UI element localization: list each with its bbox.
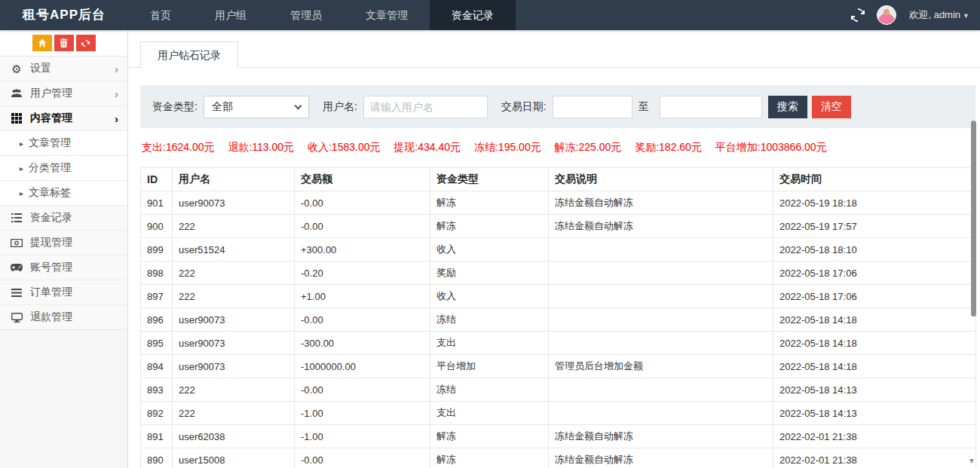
cell-description: 冻结金额自动解冻 <box>549 215 773 238</box>
cell-amount: +300.00 <box>295 238 430 262</box>
sidebar-item-content-management[interactable]: 内容管理 › <box>0 106 127 131</box>
cell-amount: -1000000.00 <box>295 355 430 378</box>
col-header-fund-type: 资金类型 <box>430 168 549 191</box>
table-row: 900 222 -0.00 解冻 冻结金额自动解冻 2022-05-19 17:… <box>141 215 976 238</box>
cell-description: 冻结金额自动解冻 <box>549 191 773 215</box>
col-header-username: 用户名 <box>173 168 295 191</box>
top-nav: 首页 用户组 管理员 文章管理 资金记录 <box>128 0 516 30</box>
table-body: 901 user90073 -0.00 解冻 冻结金额自动解冻 2022-05-… <box>141 191 976 468</box>
date-from-input[interactable] <box>553 96 632 118</box>
cell-description <box>549 332 773 355</box>
sidebar-item-label: 设置 <box>30 62 51 75</box>
home-button[interactable] <box>32 35 52 51</box>
sidebar-item-label: 退款管理 <box>30 310 72 324</box>
scroll-down-arrow-icon[interactable]: ▼ <box>968 457 975 465</box>
cell-fund-type: 奖励 <box>430 262 549 285</box>
cell-time: 2022-05-18 14:18 <box>773 355 976 378</box>
cell-fund-type: 解冻 <box>430 215 549 238</box>
vertical-scrollbar-thumb[interactable] <box>971 121 976 317</box>
col-header-amount: 交易额 <box>295 168 430 191</box>
filter-panel: 资金类型: 全部 用户名: 交易日期: 至 搜索 清空 <box>140 85 975 128</box>
cell-amount: -0.20 <box>295 262 430 285</box>
nav-item-admins[interactable]: 管理员 <box>268 0 344 30</box>
fund-type-select[interactable]: 全部 <box>204 96 309 118</box>
header-right: 欢迎, admin▼ <box>851 0 969 30</box>
sidebar-item-category-management[interactable]: ▸ 分类管理 <box>0 156 127 181</box>
sidebar-item-label: 文章管理 <box>29 136 71 150</box>
grid-icon <box>9 113 24 124</box>
cell-username: user51524 <box>173 238 295 262</box>
sidebar-item-label: 提现管理 <box>30 236 72 249</box>
sidebar-item-settings[interactable]: ⚙ 设置 › <box>0 57 127 81</box>
cell-id: 892 <box>141 402 173 425</box>
sidebar-item-fund-records[interactable]: 资金记录 <box>0 206 127 231</box>
table-row: 890 user15008 -0.00 解冻 冻结金额自动解冻 2022-02-… <box>141 448 976 468</box>
clear-button[interactable]: 清空 <box>812 96 851 118</box>
triangle-right-icon: ▸ <box>20 164 23 173</box>
cell-username: 222 <box>173 378 295 402</box>
cell-description <box>549 262 773 285</box>
cell-amount: -0.00 <box>295 215 430 238</box>
col-header-description: 交易说明 <box>549 168 773 191</box>
sidebar-item-withdrawal-management[interactable]: 提现管理 <box>0 231 127 255</box>
fund-type-label: 资金类型: <box>152 100 198 114</box>
nav-item-funds[interactable]: 资金记录 <box>430 0 516 30</box>
cell-fund-type: 冻结 <box>430 378 549 402</box>
monitor-icon <box>9 313 24 323</box>
banknote-icon <box>9 239 24 247</box>
stat-expense: 支出:1624.00元 <box>142 141 215 153</box>
table-row: 898 222 -0.20 奖励 2022-05-18 17:06 <box>141 262 976 285</box>
cell-fund-type: 支出 <box>430 402 549 425</box>
cell-username: user15008 <box>173 448 295 468</box>
cell-id: 897 <box>141 285 173 308</box>
sidebar-item-article-tags[interactable]: ▸ 文章标签 <box>0 181 127 206</box>
cell-time: 2022-02-01 21:38 <box>773 448 976 468</box>
sidebar-item-refund-management[interactable]: 退款管理 <box>0 305 127 330</box>
sidebar-item-order-management[interactable]: 订单管理 <box>0 280 127 305</box>
cell-amount: -300.00 <box>295 332 430 355</box>
cell-amount: -0.00 <box>295 378 430 402</box>
nav-item-home[interactable]: 首页 <box>128 0 193 30</box>
date-to-input[interactable] <box>660 96 762 118</box>
cell-amount: -1.00 <box>295 425 430 448</box>
gears-icon: ⚙ <box>9 63 24 75</box>
main-content: 用户钻石记录 资金类型: 全部 用户名: 交易日期: 至 搜索 清空 支出:16… <box>128 30 980 468</box>
table-row: 895 user90073 -300.00 支出 2022-05-18 14:1… <box>141 332 976 355</box>
cell-fund-type: 平台增加 <box>430 355 549 378</box>
user-dropdown[interactable]: 欢迎, admin▼ <box>908 8 969 22</box>
sidebar-item-user-management[interactable]: 用户管理 › <box>0 81 127 106</box>
sidebar-item-label: 资金记录 <box>30 211 72 225</box>
records-table: ID 用户名 交易额 资金类型 交易说明 交易时间 901 user90073 … <box>140 167 976 468</box>
cell-username: user90073 <box>173 308 295 332</box>
username-input[interactable] <box>363 96 488 118</box>
cell-time: 2022-05-18 18:10 <box>773 238 976 262</box>
cell-username: user90073 <box>173 332 295 355</box>
sidebar-item-account-management[interactable]: 账号管理 <box>0 255 127 280</box>
cell-time: 2022-05-18 14:13 <box>773 402 976 425</box>
cell-username: 222 <box>173 215 295 238</box>
table-row: 893 222 -0.00 冻结 2022-05-18 14:13 <box>141 378 976 402</box>
top-header: 租号APP后台 首页 用户组 管理员 文章管理 资金记录 欢迎, admin▼ <box>0 0 980 30</box>
col-header-time: 交易时间 <box>773 168 976 191</box>
sidebar-quick-buttons <box>0 30 127 57</box>
nav-item-user-groups[interactable]: 用户组 <box>193 0 268 30</box>
sidebar-item-label: 账号管理 <box>30 261 72 274</box>
refresh-icon[interactable] <box>851 8 865 22</box>
sidebar: ⚙ 设置 › 用户管理 › 内容管理 › ▸ 文章管理 ▸ 分类管理 ▸ 文章标… <box>0 30 128 468</box>
refresh-cache-button[interactable] <box>76 35 96 51</box>
cell-description <box>549 308 773 332</box>
cell-username: user62038 <box>173 425 295 448</box>
clear-cache-button[interactable] <box>54 35 74 51</box>
search-button[interactable]: 搜索 <box>768 96 807 118</box>
app-logo: 租号APP后台 <box>0 0 128 30</box>
nav-item-articles[interactable]: 文章管理 <box>344 0 430 30</box>
cell-username: user90073 <box>173 191 295 215</box>
cell-id: 890 <box>141 448 173 468</box>
cell-username: 222 <box>173 262 295 285</box>
tab-user-diamond-records[interactable]: 用户钻石记录 <box>140 41 238 68</box>
list-icon <box>9 213 24 222</box>
stat-unfrozen: 解冻:225.00元 <box>555 141 622 153</box>
chevron-right-icon: › <box>115 112 118 125</box>
avatar[interactable] <box>877 5 896 25</box>
sidebar-item-article-management[interactable]: ▸ 文章管理 <box>0 131 127 156</box>
